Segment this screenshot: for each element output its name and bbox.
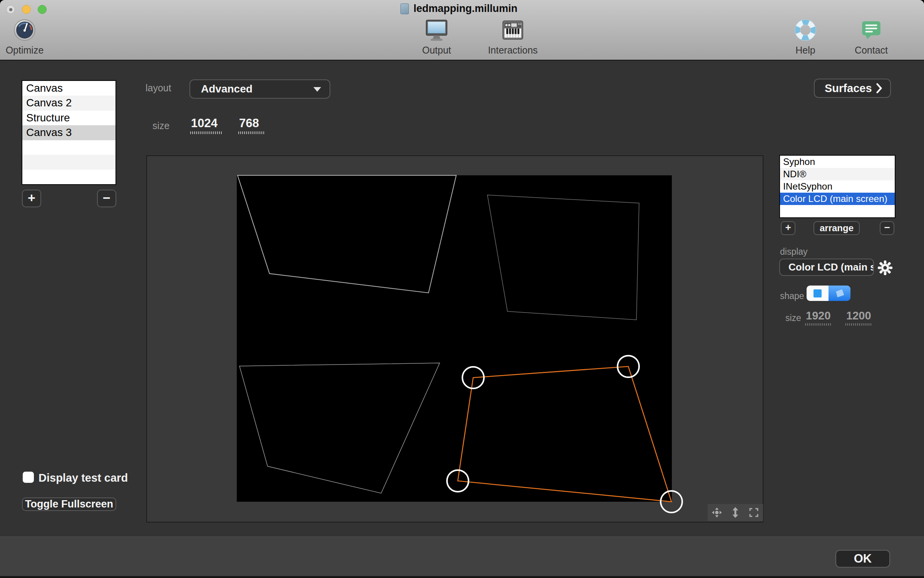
output-source-list: Syphon NDI® INetSyphon Color LCD (main s…: [779, 155, 896, 218]
minimize-button[interactable]: [22, 5, 31, 14]
help-button[interactable]: Help: [782, 18, 829, 56]
rectangle-shape-icon: [814, 289, 822, 297]
display-height-value: 1200: [845, 309, 872, 322]
optimize-gauge-icon: [2, 18, 48, 43]
optimize-label: Optimize: [2, 45, 48, 56]
drag-ruler-icon: [845, 323, 872, 326]
surface-quad-1[interactable]: [238, 175, 456, 293]
add-canvas-button[interactable]: +: [22, 190, 41, 207]
close-button[interactable]: [6, 5, 15, 14]
titlebar-toolbar: ledmapping.millumin Optimize: [0, 0, 924, 60]
optimize-button[interactable]: Optimize: [2, 18, 48, 56]
help-lifebuoy-icon: [782, 18, 829, 43]
display-select[interactable]: Color LCD (main screen): [779, 259, 874, 276]
display-test-card-label: Display test card: [38, 472, 128, 484]
layout-label: layout: [146, 82, 171, 94]
drag-ruler-icon: [238, 131, 265, 134]
fullscreen-icon[interactable]: [748, 507, 760, 518]
display-label: display: [780, 247, 808, 257]
remove-output-button[interactable]: −: [880, 221, 894, 235]
canvas-list-empty-row: [22, 170, 116, 184]
canvas-list-item[interactable]: Canvas: [22, 81, 116, 96]
canvas-width-value: 1024: [190, 116, 223, 130]
canvas-size-label: size: [152, 120, 169, 131]
surfaces-button[interactable]: Surfaces: [814, 79, 891, 98]
shape-label: shape: [780, 291, 804, 301]
drag-ruler-icon: [190, 131, 223, 134]
vertical-resize-icon[interactable]: [730, 507, 741, 518]
display-width-value: 1920: [805, 309, 831, 322]
output-source-empty-row: [780, 205, 895, 217]
canvas-list-item[interactable]: Structure: [22, 111, 116, 125]
output-label: Output: [413, 45, 460, 56]
contact-bubble-icon: [848, 18, 894, 43]
canvas-list-empty-row: [22, 140, 116, 155]
shape-rectangle-option[interactable]: [807, 286, 829, 301]
shape-segmented-control: [807, 286, 850, 301]
traffic-lights: [6, 5, 47, 14]
display-size-label: size: [785, 313, 801, 323]
toggle-fullscreen-button[interactable]: Toggle Fullscreen: [22, 497, 116, 511]
canvas-tools-strip: [708, 504, 763, 521]
interactions-keyboard-icon: [482, 18, 544, 43]
pan-icon[interactable]: [711, 507, 723, 518]
output-source-item[interactable]: NDI®: [780, 168, 895, 180]
footer-bar: OK: [0, 536, 924, 576]
layout-value: Advanced: [201, 83, 253, 95]
interactions-button[interactable]: Interactions: [482, 18, 544, 56]
title-group: ledmapping.millumin: [400, 3, 517, 15]
add-output-button[interactable]: +: [781, 221, 795, 235]
canvas-width-field[interactable]: 1024: [190, 116, 223, 134]
contact-label: Contact: [848, 45, 894, 56]
window-bottom-edge: [0, 576, 924, 578]
interactions-label: Interactions: [482, 45, 544, 56]
canvas-height-value: 768: [238, 116, 265, 130]
document-icon: [400, 3, 409, 14]
remove-canvas-button[interactable]: −: [97, 190, 116, 207]
surface-quad-selected[interactable]: [458, 366, 671, 502]
drag-ruler-icon: [805, 323, 831, 326]
canvas-list-empty-row: [22, 155, 116, 170]
arrange-button[interactable]: arrange: [814, 221, 860, 235]
display-test-card-checkbox[interactable]: [23, 472, 34, 483]
canvas-list-item[interactable]: Canvas 2: [22, 96, 116, 110]
freeform-shape-icon: [835, 289, 844, 297]
mapping-svg: [237, 175, 672, 502]
output-source-item-selected[interactable]: Color LCD (main screen): [780, 193, 895, 205]
output-monitor-icon: [413, 18, 460, 43]
display-height-field[interactable]: 1200: [845, 309, 872, 326]
output-source-item[interactable]: Syphon: [780, 156, 895, 168]
millumin-output-window: ledmapping.millumin Optimize: [0, 0, 924, 578]
mapping-canvas[interactable]: [237, 175, 672, 502]
display-value: Color LCD (main screen): [788, 261, 873, 273]
surface-quad-3[interactable]: [239, 363, 440, 493]
chevron-right-icon: [876, 83, 882, 93]
layout-select[interactable]: Advanced: [189, 79, 330, 99]
display-width-field[interactable]: 1920: [805, 309, 831, 326]
output-source-item[interactable]: INetSyphon: [780, 180, 895, 193]
ok-button[interactable]: OK: [835, 550, 890, 568]
close-edited-dot-icon: [9, 8, 12, 11]
help-label: Help: [782, 45, 829, 56]
surfaces-label: Surfaces: [825, 82, 872, 95]
contact-button[interactable]: Contact: [848, 18, 894, 56]
window-title: ledmapping.millumin: [413, 3, 517, 15]
chevron-down-icon: [313, 87, 321, 92]
zoom-button[interactable]: [38, 5, 47, 14]
canvas-height-field[interactable]: 768: [238, 116, 265, 134]
output-button[interactable]: Output: [413, 18, 460, 56]
canvas-list: Canvas Canvas 2 Structure Canvas 3: [22, 80, 116, 185]
gear-icon[interactable]: [878, 260, 892, 275]
surface-quad-2[interactable]: [487, 195, 639, 320]
canvas-list-item-selected[interactable]: Canvas 3: [22, 125, 116, 140]
shape-freeform-option-selected[interactable]: [829, 286, 850, 301]
